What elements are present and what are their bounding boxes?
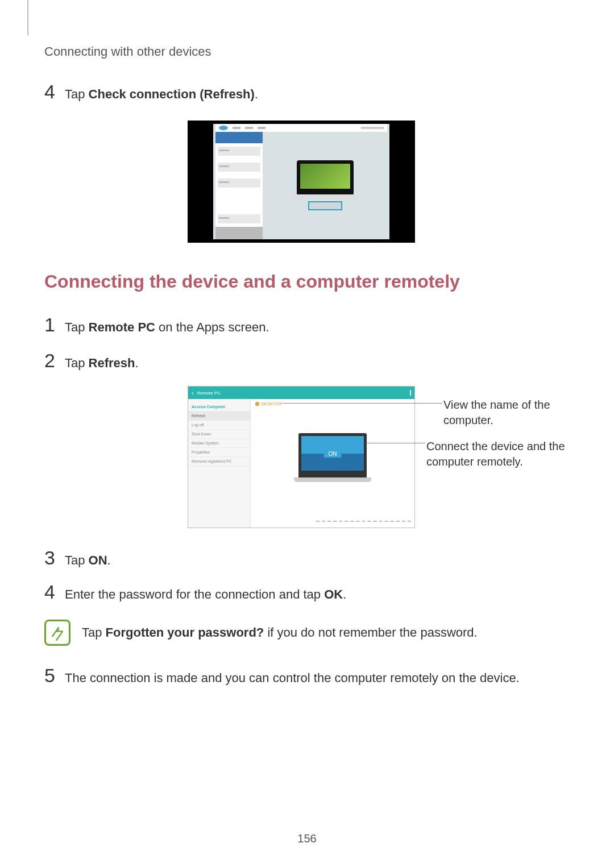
status-dot-icon <box>255 402 259 406</box>
sidebar-item: Remove registered PC <box>188 457 250 466</box>
step-row: 3 Tap ON. <box>44 548 574 570</box>
sidebar-item: Log off <box>188 421 250 430</box>
note-post: if you do not remember the password. <box>264 625 477 639</box>
back-icon: ‹ <box>192 389 194 396</box>
step-bold: Refresh <box>89 356 135 370</box>
step-pre: Tap <box>65 356 89 370</box>
step-post: . <box>255 87 258 101</box>
page-number: 156 <box>0 832 614 845</box>
topbar-stub <box>233 127 240 129</box>
computer-name-label: DESKTOP <box>255 401 283 406</box>
step-text: Enter the password for the connection an… <box>65 586 346 604</box>
menu-icon <box>410 390 411 396</box>
sidebar-item: Restart System <box>188 439 250 448</box>
callout-text: View the name of the computer. <box>443 397 569 428</box>
callout-leader <box>283 403 442 404</box>
step-post: . <box>343 587 346 601</box>
on-badge: ON <box>324 450 342 458</box>
step-pre: Enter the password for the connection an… <box>65 587 324 601</box>
step-post: on the Apps screen. <box>155 320 269 334</box>
step-row: 5 The connection is made and you can con… <box>44 666 574 687</box>
section-breadcrumb: Connecting with other devices <box>44 44 574 59</box>
figure-title: Remote PC <box>197 391 221 396</box>
callout-text: Connect the device and the computer remo… <box>426 439 569 470</box>
laptop-icon <box>297 160 354 196</box>
step-row: 4 Tap Check connection (Refresh). <box>44 82 574 103</box>
computer-name: DESKTOP <box>261 401 283 406</box>
step-post: . <box>107 553 111 567</box>
step-pre: Tap <box>65 320 89 334</box>
step-text: Tap ON. <box>65 552 111 570</box>
note-pre: Tap <box>82 625 106 639</box>
note-text: Tap Forgotten your password? if you do n… <box>82 625 478 640</box>
step-bold: Check connection (Refresh) <box>89 87 255 101</box>
sidebar-foot <box>215 227 263 239</box>
note-icon <box>44 620 70 646</box>
step-text: Tap Refresh. <box>65 355 139 372</box>
step-bold: ON <box>89 553 107 567</box>
sidebar-stub <box>218 214 261 223</box>
sidebar-item: Refresh <box>188 412 250 421</box>
figure-check-connection <box>188 121 415 243</box>
step-row: 1 Tap Remote PC on the Apps screen. <box>44 315 574 337</box>
sidebar-stub <box>218 163 261 172</box>
cloud-icon <box>219 126 228 130</box>
sidebar-item: Access Computer <box>188 402 250 412</box>
step-number: 1 <box>44 315 65 334</box>
step-post: . <box>135 356 139 370</box>
header-accent-bar <box>27 0 28 35</box>
sidebar: Access Computer Refresh Log off Shut Dow… <box>188 399 251 528</box>
step-bold: OK <box>324 587 343 601</box>
sidebar-item: Shut Down <box>188 430 250 439</box>
step-number: 2 <box>44 351 65 370</box>
figure-remote-pc: ‹ Remote PC Access Computer Refresh Log … <box>188 386 415 528</box>
step-text: Tap Remote PC on the Apps screen. <box>65 319 269 337</box>
step-text: The connection is made and you can contr… <box>65 670 520 687</box>
laptop-icon: ON <box>298 433 367 479</box>
check-connection-button <box>308 201 342 210</box>
step-number: 4 <box>44 582 65 601</box>
topbar-stub <box>245 127 253 129</box>
step-pre: Tap <box>65 87 89 101</box>
step-pre: The connection is made and you can contr… <box>65 671 520 685</box>
step-row: 4 Enter the password for the connection … <box>44 582 574 604</box>
topbar-stub <box>361 127 384 129</box>
step-bold: Remote PC <box>89 320 155 334</box>
step-row: 2 Tap Refresh. <box>44 351 574 372</box>
step-pre: Tap <box>65 553 89 567</box>
step-number: 4 <box>44 82 65 101</box>
step-text: Tap Check connection (Refresh). <box>65 86 258 103</box>
step-number: 5 <box>44 666 65 685</box>
callout-leader <box>366 443 425 443</box>
step-number: 3 <box>44 548 65 567</box>
section-heading: Connecting the device and a computer rem… <box>44 271 574 292</box>
sidebar-stub <box>218 178 261 188</box>
note-bold: Forgotten your password? <box>106 625 264 639</box>
sidebar-head <box>215 132 263 143</box>
dashed-divider <box>316 521 411 522</box>
note-row: Tap Forgotten your password? if you do n… <box>44 620 574 646</box>
sidebar-item: Properties <box>188 448 250 457</box>
sidebar-stub <box>218 147 261 156</box>
topbar-stub <box>258 127 265 129</box>
